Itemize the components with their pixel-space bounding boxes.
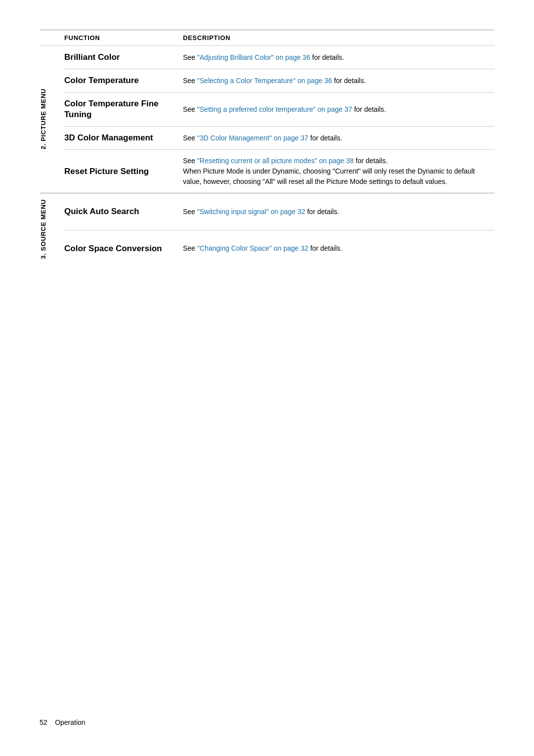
source-menu-label: 3. SOURCE menu bbox=[40, 199, 47, 259]
table-row: 2. PICTURE menu Brilliant Color See "Adj… bbox=[40, 46, 494, 69]
color-temp-description: See "Selecting a Color Temperature" on p… bbox=[173, 69, 494, 92]
page-footer: 52 Operation bbox=[40, 718, 86, 726]
desc-prefix: See bbox=[183, 53, 197, 61]
desc-prefix: See bbox=[183, 105, 197, 113]
page-container: Function Description 2. PICTURE menu Bri… bbox=[0, 0, 534, 326]
brilliant-color-link[interactable]: "Adjusting Brilliant Color" on page 36 bbox=[197, 53, 311, 61]
desc-suffix: for details. bbox=[310, 53, 344, 61]
desc-suffix: for details. bbox=[352, 105, 386, 113]
desc-suffix: for details. bbox=[332, 77, 366, 85]
sidebar-header bbox=[40, 30, 64, 46]
3d-color-description: See "3D Color Management" on page 37 for… bbox=[173, 127, 494, 150]
color-temp-fine-description: See "Setting a preferred color temperatu… bbox=[173, 92, 494, 127]
color-temp-link[interactable]: "Selecting a Color Temperature" on page … bbox=[197, 77, 332, 85]
desc-suffix: for details. bbox=[309, 134, 342, 142]
color-space-function: Color Space Conversion bbox=[64, 230, 173, 267]
picture-menu-label: 2. PICTURE menu bbox=[40, 89, 47, 149]
3d-color-link[interactable]: "3D Color Management" on page 37 bbox=[197, 134, 309, 142]
reset-picture-description: See "Resetting current or all picture mo… bbox=[173, 150, 494, 193]
table-row: Color Temperature Fine Tuning See "Setti… bbox=[40, 92, 494, 127]
footer-page-number: 52 bbox=[40, 718, 47, 726]
quick-auto-search-function: Quick Auto Search bbox=[64, 193, 173, 230]
picture-menu-sidebar: 2. PICTURE menu bbox=[40, 46, 64, 193]
footer-label: Operation bbox=[55, 718, 85, 726]
function-column-header: Function bbox=[64, 30, 173, 46]
brilliant-color-function: Brilliant Color bbox=[64, 46, 173, 69]
description-column-header: Description bbox=[173, 30, 494, 46]
quick-auto-search-link[interactable]: "Switching input signal" on page 32 bbox=[197, 208, 306, 216]
color-temp-function: Color Temperature bbox=[64, 69, 173, 92]
desc-line1-suffix: for details. bbox=[354, 157, 387, 165]
desc-suffix: for details. bbox=[305, 208, 339, 216]
color-space-description: See "Changing Color Space" on page 32 fo… bbox=[173, 230, 494, 267]
reset-picture-label: Reset Picture Setting bbox=[64, 167, 149, 176]
table-row: 3. SOURCE menu Quick Auto Search See "Sw… bbox=[40, 193, 494, 230]
quick-auto-search-label: Quick Auto Search bbox=[64, 207, 139, 216]
table-row: 3D Color Management See "3D Color Manage… bbox=[40, 127, 494, 150]
color-temp-fine-label: Color Temperature Fine Tuning bbox=[64, 99, 159, 119]
color-temp-fine-function: Color Temperature Fine Tuning bbox=[64, 92, 173, 127]
reset-picture-function: Reset Picture Setting bbox=[64, 150, 173, 193]
desc-prefix: See bbox=[183, 244, 197, 252]
brilliant-color-description: See "Adjusting Brilliant Color" on page … bbox=[173, 46, 494, 69]
table-row: Color Temperature See "Selecting a Color… bbox=[40, 69, 494, 92]
color-space-label: Color Space Conversion bbox=[64, 244, 162, 253]
main-table: Function Description 2. PICTURE menu Bri… bbox=[40, 30, 494, 267]
desc-prefix: See bbox=[183, 134, 197, 142]
3d-color-function: 3D Color Management bbox=[64, 127, 173, 150]
table-row: Color Space Conversion See "Changing Col… bbox=[40, 230, 494, 267]
source-menu-sidebar: 3. SOURCE menu bbox=[40, 193, 64, 267]
brilliant-color-label: Brilliant Color bbox=[64, 52, 120, 62]
desc-line1-prefix: See bbox=[183, 157, 197, 165]
reset-picture-link[interactable]: "Resetting current or all picture modes"… bbox=[197, 157, 354, 165]
quick-auto-search-description: See "Switching input signal" on page 32 … bbox=[173, 193, 494, 230]
color-space-link[interactable]: "Changing Color Space" on page 32 bbox=[197, 244, 309, 252]
desc-prefix: See bbox=[183, 77, 197, 85]
color-temp-fine-link[interactable]: "Setting a preferred color temperature" … bbox=[197, 105, 352, 113]
table-row: Reset Picture Setting See "Resetting cur… bbox=[40, 150, 494, 193]
desc-suffix: for details. bbox=[309, 244, 342, 252]
reset-picture-desc-line2: When Picture Mode is under Dynamic, choo… bbox=[183, 167, 475, 185]
color-temp-label: Color Temperature bbox=[64, 76, 139, 85]
3d-color-label: 3D Color Management bbox=[64, 133, 153, 142]
desc-prefix: See bbox=[183, 208, 197, 216]
